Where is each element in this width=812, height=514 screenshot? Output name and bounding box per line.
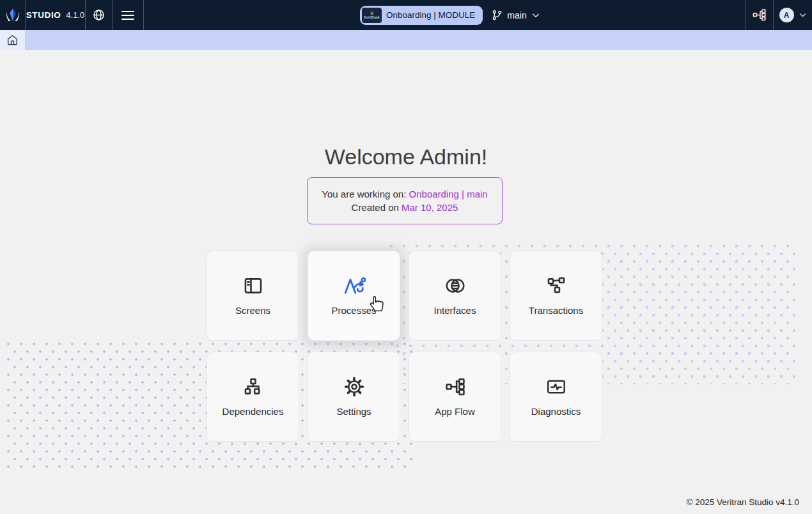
globe-icon (92, 8, 105, 22)
navbar-right: A (745, 0, 812, 30)
settings-icon (343, 375, 365, 398)
project-label: Onboarding | MODULE (386, 10, 475, 20)
app-flow-icon (444, 375, 466, 398)
copyright-text: © 2025 Veritran Studio v4.1.0 (686, 497, 799, 507)
card-diagnostics[interactable]: Diagnostics (510, 352, 602, 442)
working-on-line: You are working on: Onboarding | main (322, 189, 487, 199)
brand-block: STUDIO 4.1.0 (26, 0, 86, 30)
brand-version: 4.1.0 (66, 10, 84, 20)
chevron-down-icon (531, 11, 540, 20)
card-label: Diagnostics (531, 406, 581, 417)
branch-selector[interactable]: main (492, 10, 540, 20)
goldbank-logo: ♛ GoldBank (362, 8, 382, 23)
diagnostics-icon (545, 375, 567, 398)
dependencies-icon (242, 375, 264, 398)
home-tab[interactable] (0, 30, 25, 50)
sitemap-icon (752, 8, 767, 22)
card-settings[interactable]: Settings (308, 352, 400, 442)
language-globe-button[interactable] (86, 0, 113, 30)
hamburger-icon (121, 10, 135, 21)
chevron-down-icon (799, 11, 807, 19)
card-app-flow[interactable]: App Flow (409, 352, 501, 442)
card-label: Settings (336, 406, 371, 417)
app-structure-button[interactable] (745, 0, 774, 30)
veritran-studio-app: STUDIO 4.1.0 ♛ GoldBank On (0, 0, 812, 514)
interfaces-icon (444, 274, 467, 297)
navbar-center: ♛ GoldBank Onboarding | MODULE main (360, 0, 540, 30)
main-menu-button[interactable] (113, 0, 144, 30)
transactions-icon (545, 274, 567, 297)
card-label: Dependencies (223, 406, 284, 417)
breadcrumb-bar (0, 30, 812, 50)
branch-name: main (507, 10, 526, 20)
main-content: Welcome Admin! You are working on: Onboa… (0, 50, 812, 514)
avatar: A (779, 8, 794, 22)
created-date: Mar 10, 2025 (402, 202, 458, 213)
project-selector[interactable]: ♛ GoldBank Onboarding | MODULE (360, 6, 483, 25)
workspace-link[interactable]: Onboarding | main (409, 189, 488, 199)
card-interfaces[interactable]: Interfaces (409, 251, 501, 341)
top-navbar: STUDIO 4.1.0 ♛ GoldBank On (0, 0, 812, 30)
veritran-logo-icon (4, 7, 21, 24)
home-icon (6, 34, 19, 46)
card-label: Interfaces (434, 305, 476, 316)
card-screens[interactable]: Screens (207, 251, 299, 341)
veritran-logo[interactable] (0, 0, 26, 30)
page-title: Welcome Admin! (0, 144, 812, 169)
card-label: Transactions (529, 305, 583, 316)
brand-name: STUDIO (26, 10, 61, 20)
card-dependencies[interactable]: Dependencies (207, 352, 299, 442)
card-label: Screens (235, 305, 270, 316)
user-menu[interactable]: A (774, 0, 812, 30)
screens-icon (242, 274, 264, 297)
card-transactions[interactable]: Transactions (510, 251, 602, 341)
git-branch-icon (492, 10, 503, 20)
card-label: Processes (331, 305, 376, 316)
created-on-line: Created on Mar 10, 2025 (352, 202, 458, 213)
card-processes[interactable]: Processes (308, 251, 400, 341)
workspace-info-box: You are working on: Onboarding | main Cr… (307, 177, 503, 224)
processes-icon (343, 274, 366, 297)
module-card-grid: Screens Processes (207, 251, 602, 442)
card-label: App Flow (435, 406, 475, 417)
